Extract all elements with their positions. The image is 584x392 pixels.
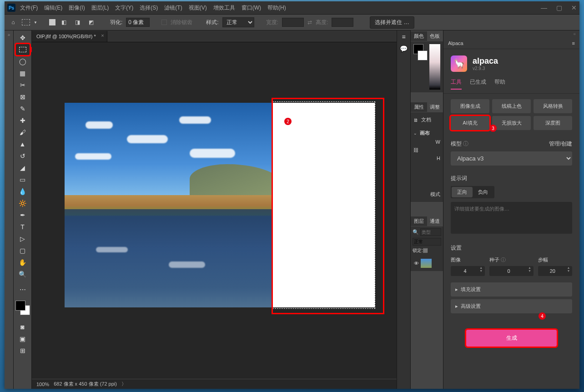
tab-swatches[interactable]: 色板 [427,31,443,41]
path-select-tool[interactable]: ▷ [16,233,30,244]
menu-filter[interactable]: 滤镜(T) [164,4,182,12]
layer-search-input[interactable] [420,228,441,236]
steps-input[interactable] [538,266,567,276]
pen-tool[interactable]: ✒ [16,210,30,221]
feather-input[interactable] [126,18,150,27]
frame-tool[interactable]: ⊠ [16,91,30,102]
seed-label: 种子 [489,257,499,262]
menu-file[interactable]: 文件(F) [20,4,38,12]
positive-tab[interactable]: 正向 [452,187,473,197]
eraser-tool[interactable]: ◢ [16,162,30,173]
menu-type[interactable]: 文字(Y) [115,4,133,12]
tab-channels[interactable]: 通道 [427,216,443,226]
panel-menu-icon[interactable]: ≡ [572,40,575,46]
info-icon[interactable]: ⓘ [501,257,506,262]
viewport[interactable]: 2 [32,42,397,379]
tab-help[interactable]: 帮助 [494,78,505,90]
layer-row[interactable]: 👁 [413,257,441,269]
tab-properties[interactable]: 属性 [411,102,427,112]
minimize-icon[interactable]: — [541,4,547,11]
ai-fill-button[interactable]: AI填充 3 [451,116,489,130]
model-select[interactable]: Alpaca v3 [451,151,572,166]
subtract-selection-icon[interactable]: ◨ [73,17,83,27]
move-tool[interactable]: ✥ [16,32,30,43]
menu-edit[interactable]: 编辑(E) [44,4,62,12]
chevron-down-icon[interactable]: ▼ [34,20,37,25]
blur-tool[interactable]: 💧 [16,186,30,197]
fill-settings-collapse[interactable]: ▸填充设置 [451,282,572,297]
dodge-tool[interactable]: 🔆 [16,198,30,209]
intersect-selection-icon[interactable]: ◩ [86,17,96,27]
select-and-mask-button[interactable]: 选择并遮住 … [370,16,414,29]
link-icon[interactable]: ⛓ [413,147,418,153]
height-label: 高度: [316,19,328,26]
chevron-right-icon[interactable]: 〉 [121,381,126,387]
images-input[interactable] [451,266,479,276]
marquee-tool[interactable]: 1 [16,44,30,55]
menu-view[interactable]: 视图(V) [189,4,207,12]
home-icon[interactable]: ⌂ [8,17,18,27]
advanced-settings-collapse[interactable]: ▸高级设置 [451,299,572,313]
image-gen-button[interactable]: 图像生成 [451,99,489,113]
menu-help[interactable]: 帮助(H) [267,4,286,12]
upscale-button[interactable]: 无损放大 [492,116,531,130]
crop-tool[interactable]: ✂ [16,80,30,90]
type-tool[interactable]: T [16,221,30,232]
tab-layers[interactable]: 图层 [411,216,427,226]
shape-tool[interactable]: ▢ [16,245,30,256]
gradient-tool[interactable]: ▭ [16,174,30,185]
lineart-color-button[interactable]: 线稿上色 [492,99,531,113]
manage-create-link[interactable]: 管理/创建 [549,140,572,148]
eyedropper-tool[interactable]: ✎ [16,103,30,114]
menu-select[interactable]: 选择(S) [140,4,158,12]
doc-info[interactable]: 682 像素 x 450 像素 (72 ppi) [54,381,117,387]
stamp-tool[interactable]: ▲ [16,139,30,150]
marquee-icon[interactable] [22,19,30,25]
history-dock-icon[interactable]: ≡ [402,33,405,40]
lasso-tool[interactable]: ◯ [16,56,30,67]
seed-input[interactable] [489,266,528,276]
document-tab[interactable]: OIP.jfif @ 100%(RGB/8#) * × [32,31,107,42]
history-brush-tool[interactable]: ↺ [16,151,30,161]
maximize-icon[interactable]: ▢ [556,4,562,11]
comments-dock-icon[interactable]: 💬 [400,45,408,52]
zoom-level[interactable]: 100% [36,382,49,387]
lock-pixels-icon[interactable]: ▦ [423,248,428,253]
info-icon[interactable]: ⓘ [463,141,468,147]
hand-tool[interactable]: ✋ [16,257,30,268]
zoom-tool[interactable]: 🔍 [16,269,30,280]
prompt-textarea[interactable] [451,202,572,234]
negative-tab[interactable]: 负向 [473,187,493,197]
gradient-picker[interactable] [429,44,440,90]
visibility-icon[interactable]: 👁 [414,261,419,266]
add-selection-icon[interactable]: ◧ [59,17,69,27]
heal-tool[interactable]: ✚ [16,115,30,126]
close-tab-icon[interactable]: × [101,33,104,38]
brush-tool[interactable]: 🖌 [16,127,30,138]
tab-generated[interactable]: 已生成 [470,78,486,90]
quickmask-icon[interactable]: ◙ [16,322,30,332]
new-selection-icon[interactable] [49,19,55,25]
tab-tools[interactable]: 工具 [451,78,462,90]
style-transfer-button[interactable]: 风格转换 [534,99,572,113]
menu-image[interactable]: 图像(I) [69,4,85,12]
edit-toolbar-icon[interactable]: ⋯ [16,284,30,295]
menu-window[interactable]: 窗口(W) [242,4,261,12]
close-icon[interactable]: ✕ [571,4,577,11]
blend-mode-select[interactable] [413,238,441,246]
color-swatches[interactable] [15,301,30,315]
depthmap-button[interactable]: 深度图 [534,116,572,130]
extras-icon[interactable]: ⊞ [16,345,30,356]
object-select-tool[interactable]: ▦ [16,68,30,79]
tab-adjustments[interactable]: 调整 [427,102,443,112]
layer-thumbnail[interactable] [421,259,432,268]
tab-color[interactable]: 颜色 [411,31,427,41]
foreground-color-swatch[interactable] [15,301,25,311]
color-picker-swatch[interactable] [413,44,428,60]
screenmode-icon[interactable]: ▣ [16,333,30,344]
generate-button[interactable]: 4 生成 [466,330,557,347]
menu-plugins[interactable]: 增效工具 [213,4,235,12]
menu-layer[interactable]: 图层(L) [91,4,109,12]
style-select[interactable]: 正常 [222,17,254,27]
chevron-down-icon[interactable]: ⌄ [413,131,417,136]
